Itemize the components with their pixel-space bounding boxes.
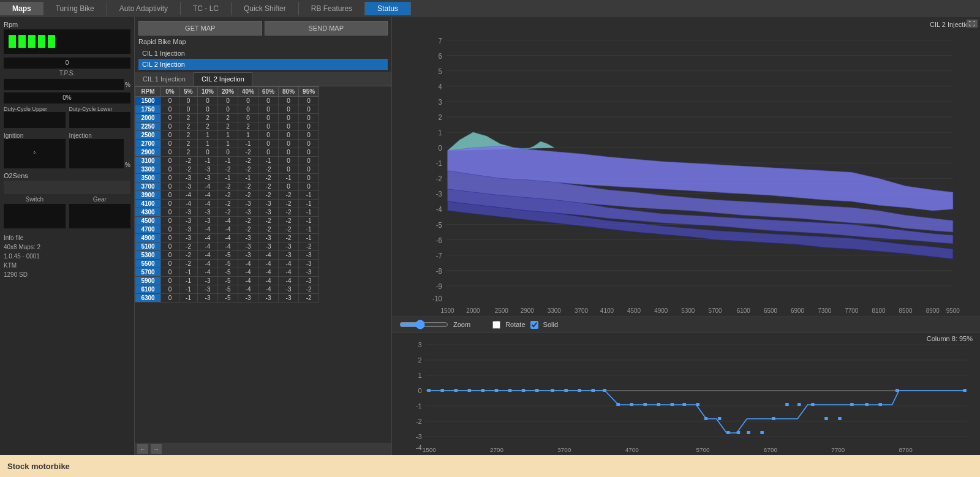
rpm-cell[interactable]: 6300 bbox=[135, 294, 161, 302]
data-cell[interactable]: -5 bbox=[218, 260, 238, 268]
data-cell[interactable]: -2 bbox=[299, 285, 319, 294]
data-cell[interactable]: -1 bbox=[299, 234, 319, 242]
data-cell[interactable]: -1 bbox=[299, 217, 319, 225]
data-cell[interactable]: -3 bbox=[179, 182, 198, 191]
data-cell[interactable]: 0 bbox=[299, 114, 319, 122]
data-cell[interactable]: -1 bbox=[218, 157, 238, 165]
data-cell[interactable]: 0 bbox=[161, 285, 179, 294]
data-cell[interactable]: 2 bbox=[179, 131, 198, 140]
data-cell[interactable]: 0 bbox=[238, 114, 258, 122]
data-cell[interactable]: -2 bbox=[218, 191, 238, 200]
data-cell[interactable]: -5 bbox=[218, 251, 238, 260]
data-cell[interactable]: -3 bbox=[198, 165, 218, 174]
data-cell[interactable]: -3 bbox=[299, 260, 319, 268]
data-cell[interactable]: 0 bbox=[161, 217, 179, 225]
data-cell[interactable]: 0 bbox=[258, 122, 279, 131]
scroll-left-button[interactable]: ← bbox=[137, 444, 148, 454]
data-cell[interactable]: -3 bbox=[238, 200, 258, 208]
rpm-cell[interactable]: 2900 bbox=[135, 148, 161, 157]
data-cell[interactable]: -1 bbox=[299, 208, 319, 217]
data-cell[interactable]: 1 bbox=[238, 131, 258, 140]
data-cell[interactable]: -2 bbox=[218, 165, 238, 174]
data-cell[interactable]: 0 bbox=[161, 105, 179, 114]
data-cell[interactable]: 0 bbox=[258, 148, 279, 157]
data-cell[interactable]: 0 bbox=[299, 140, 319, 148]
data-cell[interactable]: -1 bbox=[279, 174, 299, 182]
data-cell[interactable]: -2 bbox=[179, 260, 198, 268]
rpm-cell[interactable]: 2500 bbox=[135, 131, 161, 140]
data-cell[interactable]: -3 bbox=[258, 242, 279, 251]
data-cell[interactable]: 1 bbox=[198, 131, 218, 140]
data-cell[interactable]: 0 bbox=[279, 122, 299, 131]
data-cell[interactable]: -2 bbox=[258, 225, 279, 234]
data-cell[interactable]: -4 bbox=[198, 191, 218, 200]
data-cell[interactable]: -3 bbox=[299, 277, 319, 285]
data-cell[interactable]: -2 bbox=[238, 182, 258, 191]
data-cell[interactable]: -3 bbox=[258, 200, 279, 208]
data-cell[interactable]: 2 bbox=[198, 122, 218, 131]
rpm-cell[interactable]: 3700 bbox=[135, 182, 161, 191]
data-cell[interactable]: -2 bbox=[179, 251, 198, 260]
data-cell[interactable]: -3 bbox=[179, 234, 198, 242]
data-cell[interactable]: -3 bbox=[198, 174, 218, 182]
data-cell[interactable]: 0 bbox=[161, 277, 179, 285]
data-cell[interactable]: 0 bbox=[198, 97, 218, 105]
data-cell[interactable]: 0 bbox=[279, 148, 299, 157]
data-cell[interactable]: -3 bbox=[179, 174, 198, 182]
data-cell[interactable]: 0 bbox=[299, 122, 319, 131]
rpm-cell[interactable]: 3500 bbox=[135, 174, 161, 182]
data-cell[interactable]: -4 bbox=[218, 242, 238, 251]
get-map-button[interactable]: GET MAP bbox=[138, 21, 262, 36]
rb-map-cil1[interactable]: CIL 1 Injection bbox=[138, 48, 388, 59]
data-cell[interactable]: -2 bbox=[258, 174, 279, 182]
tab-cil1-injection[interactable]: CIL 1 Injection bbox=[135, 72, 194, 86]
data-cell[interactable]: -4 bbox=[198, 260, 218, 268]
data-cell[interactable]: 0 bbox=[218, 148, 238, 157]
data-cell[interactable]: 0 bbox=[299, 148, 319, 157]
rpm-cell[interactable]: 2000 bbox=[135, 114, 161, 122]
rb-map-cil2[interactable]: CIL 2 Injection bbox=[138, 59, 388, 70]
data-cell[interactable]: -4 bbox=[258, 277, 279, 285]
data-cell[interactable]: 0 bbox=[279, 97, 299, 105]
data-cell[interactable]: 2 bbox=[218, 114, 238, 122]
data-cell[interactable]: 2 bbox=[179, 148, 198, 157]
data-cell[interactable]: -4 bbox=[198, 251, 218, 260]
data-cell[interactable]: 0 bbox=[161, 97, 179, 105]
data-cell[interactable]: 0 bbox=[161, 251, 179, 260]
data-cell[interactable]: -3 bbox=[238, 242, 258, 251]
data-cell[interactable]: 0 bbox=[279, 140, 299, 148]
data-cell[interactable]: 0 bbox=[258, 97, 279, 105]
data-cell[interactable]: 0 bbox=[238, 105, 258, 114]
data-cell[interactable]: -4 bbox=[258, 260, 279, 268]
data-cell[interactable]: -3 bbox=[299, 251, 319, 260]
data-cell[interactable]: -2 bbox=[299, 294, 319, 302]
data-cell[interactable]: -3 bbox=[179, 225, 198, 234]
data-cell[interactable]: -5 bbox=[218, 285, 238, 294]
data-cell[interactable]: 2 bbox=[238, 122, 258, 131]
data-cell[interactable]: -4 bbox=[238, 285, 258, 294]
data-cell[interactable]: 0 bbox=[258, 105, 279, 114]
data-cell[interactable]: 0 bbox=[279, 165, 299, 174]
data-cell[interactable]: -1 bbox=[299, 225, 319, 234]
data-table-wrapper[interactable]: RPM0%5%10%20%40%60%80%95% 15000000000017… bbox=[135, 86, 391, 443]
nav-auto-adaptivity[interactable]: Auto Adaptivity bbox=[107, 2, 181, 15]
data-cell[interactable]: -2 bbox=[218, 182, 238, 191]
data-cell[interactable]: 0 bbox=[161, 294, 179, 302]
data-cell[interactable]: -2 bbox=[299, 242, 319, 251]
data-cell[interactable]: -2 bbox=[258, 165, 279, 174]
data-cell[interactable]: -1 bbox=[179, 277, 198, 285]
rpm-cell[interactable]: 4100 bbox=[135, 200, 161, 208]
data-cell[interactable]: -1 bbox=[238, 174, 258, 182]
data-cell[interactable]: 1 bbox=[218, 140, 238, 148]
data-cell[interactable]: 2 bbox=[179, 140, 198, 148]
data-cell[interactable]: -4 bbox=[238, 268, 258, 277]
rpm-cell[interactable]: 4300 bbox=[135, 208, 161, 217]
data-cell[interactable]: 0 bbox=[279, 114, 299, 122]
data-cell[interactable]: -3 bbox=[258, 208, 279, 217]
data-cell[interactable]: -3 bbox=[258, 234, 279, 242]
data-cell[interactable]: 0 bbox=[161, 140, 179, 148]
data-cell[interactable]: -2 bbox=[279, 208, 299, 217]
data-cell[interactable]: -1 bbox=[299, 191, 319, 200]
data-cell[interactable]: -5 bbox=[218, 277, 238, 285]
rpm-cell[interactable]: 5700 bbox=[135, 268, 161, 277]
